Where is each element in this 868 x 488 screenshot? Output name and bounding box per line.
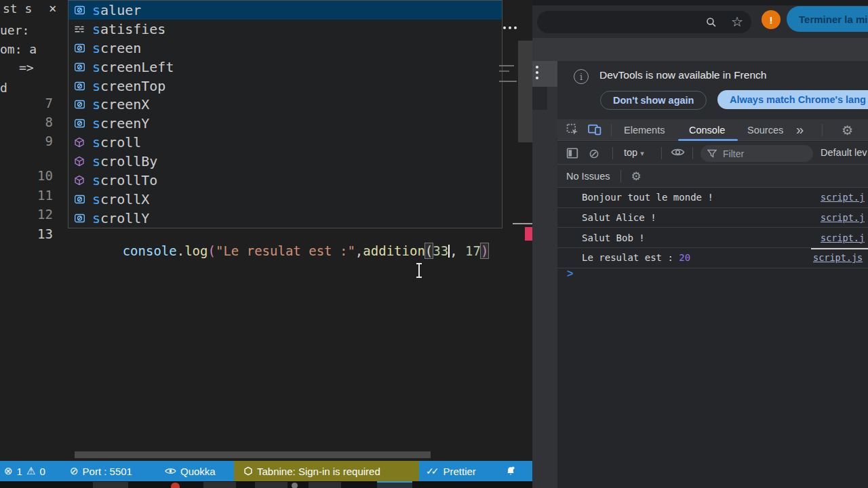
method-icon <box>74 137 86 148</box>
tooltip-fragment: om: a <box>0 42 37 56</box>
device-toolbar-icon[interactable] <box>588 124 601 136</box>
property-icon <box>74 62 86 73</box>
editor-scrollbar[interactable] <box>518 41 532 142</box>
suggestion-scrollBy[interactable]: scrollBy <box>68 152 502 171</box>
property-icon <box>74 118 86 129</box>
property-icon <box>74 213 86 224</box>
log-levels-selector[interactable]: Default lev <box>821 147 867 158</box>
property-icon <box>74 43 86 54</box>
suggestion-screenTop[interactable]: screenTop <box>68 77 502 96</box>
code-token-bracket-match: ) <box>481 243 488 258</box>
taskbar-item[interactable] <box>309 482 341 488</box>
suggestion-label: scrollY <box>92 211 149 225</box>
overview-ruler-line <box>513 223 533 224</box>
suggestion-screen[interactable]: screen <box>68 39 502 58</box>
dismiss-button[interactable]: Don't show again <box>600 91 707 110</box>
taskbar-item-active[interactable] <box>377 481 412 488</box>
divider <box>620 170 621 182</box>
bookmark-star-icon[interactable]: ☆ <box>731 14 743 30</box>
tab-console[interactable]: Console <box>689 119 725 140</box>
close-icon[interactable]: × <box>49 1 56 16</box>
taskbar-item[interactable] <box>93 482 128 488</box>
notification-title: DevTools is now available in French <box>599 69 766 81</box>
info-icon: i <box>574 69 589 84</box>
suggestion-scroll[interactable]: scroll <box>68 133 502 152</box>
tooltip-fragment: d <box>0 81 7 95</box>
line-number: 7 <box>30 96 53 110</box>
source-link[interactable]: script.js <box>813 252 863 263</box>
divider <box>611 124 612 136</box>
prettier-status[interactable]: ✓✓ Prettier <box>426 461 476 481</box>
console-message-row: Salut Alice !script.j <box>557 208 868 228</box>
page-side-strip <box>532 61 557 488</box>
suggestion-label: screenLeft <box>92 60 174 74</box>
suggestion-satisfies[interactable]: satisfies <box>68 20 502 39</box>
suggestion-screenY[interactable]: screenY <box>68 114 502 133</box>
suggestion-label: saluer <box>92 3 141 17</box>
property-icon <box>74 5 86 16</box>
chevron-down-icon: ▾ <box>640 149 644 157</box>
horizontal-scrollbar[interactable] <box>75 451 431 458</box>
prettier-label: Prettier <box>443 466 475 477</box>
tab-sources[interactable]: Sources <box>747 119 783 140</box>
divider <box>822 124 823 136</box>
live-expression-eye-icon[interactable] <box>671 147 685 157</box>
filter-box[interactable] <box>701 145 813 162</box>
live-server-port[interactable]: ⊘ Port : 5501 <box>70 461 132 481</box>
taskbar-item[interactable] <box>203 482 236 488</box>
source-link[interactable]: script.j <box>821 192 865 203</box>
notifications-bell[interactable] <box>505 461 516 481</box>
method-icon <box>74 175 86 186</box>
code-token-bracket-match: ( <box>425 243 433 258</box>
address-bar[interactable] <box>537 11 751 33</box>
console-message-list: Bonjour tout le monde !script.jSalut Ali… <box>557 188 868 268</box>
funnel-icon <box>707 149 717 159</box>
console-sidebar-icon[interactable] <box>566 147 578 159</box>
code-token: "Le resulat est :" <box>216 243 355 258</box>
line-number: 10 <box>30 168 53 183</box>
console-settings-gear-icon[interactable]: ⚙ <box>631 169 641 183</box>
problems-indicator[interactable]: ⊗ 1 ⚠ 0 <box>4 461 45 481</box>
suggestion-saluer[interactable]: saluer <box>68 1 502 20</box>
search-icon[interactable] <box>705 16 717 28</box>
console-prompt-chevron[interactable]: > <box>567 268 573 280</box>
hexagon-icon <box>243 466 253 476</box>
tabnine-status[interactable]: Tabnine: Sign-in is required <box>234 461 419 481</box>
suggestion-screenLeft[interactable]: screenLeft <box>68 58 502 77</box>
suggestion-scrollTo[interactable]: scrollTo <box>68 171 502 190</box>
tab-elements[interactable]: Elements <box>624 119 665 140</box>
clear-console-icon[interactable]: ⊘ <box>589 146 599 161</box>
suggestion-label: scrollX <box>92 192 149 206</box>
port-label: Port : 5501 <box>83 466 132 477</box>
page-scroll-handle[interactable] <box>532 61 557 87</box>
taskbar-item[interactable] <box>255 482 288 488</box>
context-selector[interactable]: top ▾ <box>624 147 644 158</box>
extension-badge-icon[interactable]: ! <box>762 10 781 29</box>
accept-language-button[interactable]: Always match Chrome's lang <box>717 90 868 109</box>
divider <box>612 147 613 159</box>
taskbar-item[interactable] <box>171 483 180 488</box>
keyword-icon <box>74 24 86 35</box>
suggestion-screenX[interactable]: screenX <box>68 95 502 114</box>
source-link[interactable]: script.j <box>821 212 865 223</box>
console-message-row: Bonjour tout le monde !script.j <box>557 188 868 208</box>
suggestion-scrollX[interactable]: scrollX <box>68 190 502 209</box>
error-marker <box>525 227 532 241</box>
code-token: addition <box>363 243 425 258</box>
finish-setup-button[interactable]: Terminer la mise à <box>787 6 868 32</box>
double-check-icon: ✓✓ <box>426 466 436 476</box>
active-tab-underline <box>678 139 738 141</box>
more-tabs-icon[interactable]: » <box>796 119 804 140</box>
filter-input[interactable] <box>722 148 799 160</box>
suggestion-scrollY[interactable]: scrollY <box>68 209 502 228</box>
code-line[interactable]: console.log("Le resulat est :",addition(… <box>76 226 488 275</box>
quokka-label: Quokka <box>180 466 216 477</box>
property-icon <box>74 99 86 110</box>
quokka-status[interactable]: Quokka <box>165 461 216 481</box>
inspect-element-icon[interactable] <box>566 123 579 136</box>
settings-gear-icon[interactable]: ⚙ <box>842 123 853 138</box>
code-token: console <box>123 243 177 258</box>
suggestion-label: screen <box>92 41 141 55</box>
source-link[interactable]: script.j <box>821 232 865 243</box>
taskbar-item[interactable] <box>292 483 298 488</box>
